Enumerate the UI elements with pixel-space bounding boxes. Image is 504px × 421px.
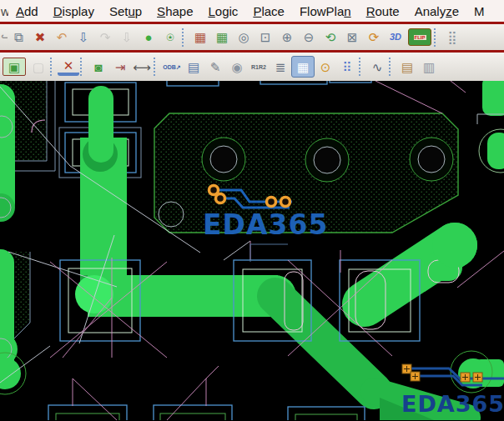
- properties-icon[interactable]: ▤: [183, 57, 204, 77]
- pin-array-icon[interactable]: ⠿: [336, 57, 358, 77]
- placeholder-icon: ▢: [28, 57, 49, 77]
- watermark-text-1: EDA365: [203, 208, 328, 241]
- grid-snap-icon[interactable]: ▦: [211, 28, 233, 48]
- toolbar-separator: [182, 28, 187, 47]
- menu-item-flowplan[interactable]: FlowPlan: [292, 3, 359, 20]
- padstack-icon[interactable]: ◙: [88, 57, 109, 77]
- menu-item-setup[interactable]: Setup: [102, 3, 149, 20]
- rename-refdes-icon[interactable]: R1R2: [248, 57, 270, 77]
- pad-row-top-partial[interactable]: [167, 81, 371, 86]
- toolbar-separator: [50, 58, 55, 76]
- pcb-design-canvas[interactable]: EDA365 EDA365: [0, 81, 504, 421]
- import-icon[interactable]: ⇩: [73, 28, 94, 48]
- menu-item-m[interactable]: M: [466, 3, 492, 20]
- delete-vertex-icon[interactable]: ✕: [58, 58, 79, 76]
- delete-icon[interactable]: ✖: [29, 28, 51, 48]
- undo-icon[interactable]: ↶: [51, 28, 73, 48]
- menu-item-route[interactable]: Route: [359, 3, 407, 20]
- zoom-world-icon[interactable]: ◎: [233, 28, 255, 48]
- menu-item-analyze[interactable]: Analyze: [407, 3, 466, 20]
- toolbar-options-icon[interactable]: ⣿: [441, 28, 463, 48]
- left-bottom-trace[interactable]: [0, 249, 30, 394]
- testpoint-icon[interactable]: ⊙: [315, 57, 336, 77]
- move-to-edge-icon[interactable]: ⇥: [109, 57, 131, 77]
- zoom-in-icon[interactable]: ⊕: [276, 28, 298, 48]
- pin-icon[interactable]: ⍟: [159, 28, 181, 48]
- flip-board-icon[interactable]: FLIP: [408, 28, 431, 46]
- zoom-fit-icon[interactable]: ⊠: [341, 28, 363, 48]
- menu-item-display[interactable]: Display: [46, 3, 102, 20]
- zoom-out-icon[interactable]: ⊖: [298, 28, 320, 48]
- zoom-window-icon[interactable]: ⊡: [255, 28, 276, 48]
- menu-item-partial[interactable]: w: [0, 4, 8, 18]
- watermark-text-2: EDA365: [401, 391, 504, 417]
- export-icon: ⇩: [116, 28, 138, 48]
- toolbar-row-2: ▣▢✕◙⇥⟷ODB↗▤✎◉R1R2≣▦⊙⠿∿▤▥: [0, 53, 504, 81]
- highlight-icon[interactable]: ●: [138, 28, 159, 48]
- menu-item-add[interactable]: Add: [8, 3, 46, 20]
- toolbar-separator: [154, 58, 159, 76]
- toolbar-separator: [434, 28, 439, 47]
- pad-row-bottom[interactable]: [48, 405, 365, 420]
- zoom-previous-icon[interactable]: ⟲: [320, 28, 341, 48]
- measure-icon[interactable]: ⟷: [131, 57, 153, 77]
- net-schedule-icon[interactable]: ∿: [366, 57, 388, 77]
- menu-bar: wAddDisplaySetupShapeLogicPlaceFlowPlanR…: [0, 0, 504, 22]
- menu-item-logic[interactable]: Logic: [201, 3, 246, 20]
- edit-notes-icon[interactable]: ≣: [270, 57, 291, 77]
- toolbar-separator: [359, 58, 364, 76]
- redraw-icon[interactable]: ⟳: [363, 28, 385, 48]
- design-mode-icon[interactable]: ▣: [3, 58, 26, 76]
- grid-toggle-icon[interactable]: ▦: [189, 28, 211, 48]
- toolbar-row-1: ↪⧉✖↶⇩↷⇩●⍟▦▦◎⊡⊕⊖⟲⊠⟳3DFLIP⣿: [0, 24, 504, 50]
- odb-export-icon[interactable]: ODB↗: [161, 57, 183, 77]
- toolbar-separator: [389, 58, 394, 76]
- toolbar-separator: [80, 58, 85, 76]
- notebook-icon[interactable]: ▤: [396, 57, 418, 77]
- edit-pen-icon[interactable]: ✎: [204, 57, 226, 77]
- redo-icon: ↷: [94, 28, 116, 48]
- report-icon[interactable]: ▥: [418, 57, 440, 77]
- snapshot-icon[interactable]: ◉: [226, 57, 248, 77]
- view-3d-icon[interactable]: 3D: [385, 28, 406, 48]
- left-copper-cluster[interactable]: [0, 81, 55, 222]
- menu-item-shape[interactable]: Shape: [149, 3, 200, 20]
- mode-arrow-icon[interactable]: ↪: [1, 28, 8, 48]
- copy-icon[interactable]: ⧉: [8, 28, 29, 48]
- menu-item-place[interactable]: Place: [245, 3, 292, 20]
- color-dialog-icon[interactable]: ▦: [291, 56, 315, 78]
- pcb-canvas-svg[interactable]: EDA365 EDA365: [0, 81, 504, 420]
